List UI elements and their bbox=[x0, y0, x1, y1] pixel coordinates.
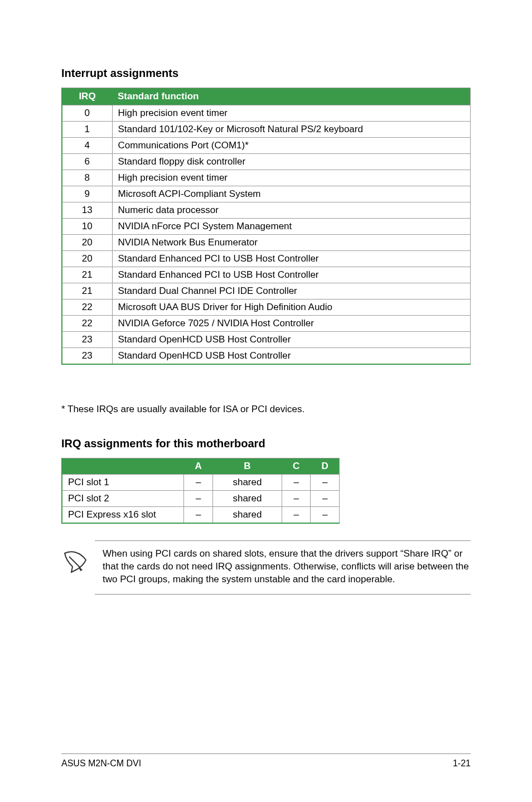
irq-cell-num: 22 bbox=[62, 299, 112, 316]
irq-cell-num: 23 bbox=[62, 332, 112, 348]
section-title-slots: IRQ assignments for this motherboard bbox=[61, 437, 471, 450]
irq-cell-num: 1 bbox=[62, 122, 112, 138]
table-row: 23Standard OpenHCD USB Host Controller bbox=[62, 348, 471, 365]
irq-cell-func: Standard Dual Channel PCI IDE Controller bbox=[112, 283, 471, 299]
table-row: 22NVIDIA Geforce 7025 / NVIDIA Host Cont… bbox=[62, 316, 471, 332]
slot-cell-a: – bbox=[184, 491, 213, 507]
slot-cell-d: – bbox=[311, 491, 340, 507]
table-row: 9Microsoft ACPI-Compliant System bbox=[62, 186, 471, 202]
table-row: 6Standard floppy disk controller bbox=[62, 154, 471, 170]
footnote-text: * These IRQs are usually available for I… bbox=[61, 404, 471, 415]
irq-cell-num: 10 bbox=[62, 219, 112, 235]
section-title-interrupt: Interrupt assignments bbox=[61, 67, 471, 80]
table-row: 1Standard 101/102-Key or Microsoft Natur… bbox=[62, 122, 471, 138]
irq-cell-num: 20 bbox=[62, 235, 112, 251]
irq-cell-num: 23 bbox=[62, 348, 112, 365]
table-row: 8High precision event timer bbox=[62, 170, 471, 186]
irq-cell-num: 8 bbox=[62, 170, 112, 186]
table-row: 21Standard Dual Channel PCI IDE Controll… bbox=[62, 283, 471, 299]
irq-cell-num: 4 bbox=[62, 138, 112, 154]
slot-cell-a: – bbox=[184, 475, 213, 491]
slot-table-header-row: A B C D bbox=[62, 458, 340, 475]
slot-table: A B C D PCI slot 1–shared––PCI slot 2–sh… bbox=[61, 458, 340, 524]
irq-table-header-row: IRQ Standard function bbox=[62, 88, 471, 105]
slot-cell-a: – bbox=[184, 507, 213, 524]
irq-cell-func: NVIDIA Network Bus Enumerator bbox=[112, 235, 471, 251]
slot-cell-d: – bbox=[311, 475, 340, 491]
irq-cell-num: 9 bbox=[62, 186, 112, 202]
irq-cell-num: 6 bbox=[62, 154, 112, 170]
irq-cell-num: 0 bbox=[62, 105, 112, 122]
slot-cell-c: – bbox=[282, 507, 311, 524]
slot-cell-b: shared bbox=[213, 475, 282, 491]
irq-cell-func: Standard OpenHCD USB Host Controller bbox=[112, 332, 471, 348]
footer-right: 1-21 bbox=[453, 758, 471, 769]
irq-header-irq: IRQ bbox=[62, 88, 112, 105]
irq-cell-func: Standard OpenHCD USB Host Controller bbox=[112, 348, 471, 365]
table-row: PCI slot 2–shared–– bbox=[62, 491, 340, 507]
irq-cell-func: High precision event timer bbox=[112, 170, 471, 186]
table-row: 4Communications Port (COM1)* bbox=[62, 138, 471, 154]
irq-cell-func: Standard 101/102-Key or Microsoft Natura… bbox=[112, 122, 471, 138]
slot-cell-c: – bbox=[282, 475, 311, 491]
slot-cell-d: – bbox=[311, 507, 340, 524]
slot-header-c: C bbox=[282, 458, 311, 475]
slot-cell-name: PCI slot 1 bbox=[62, 475, 184, 491]
slot-cell-name: PCI slot 2 bbox=[62, 491, 184, 507]
irq-cell-num: 13 bbox=[62, 202, 112, 219]
slot-header-a: A bbox=[184, 458, 213, 475]
table-row: PCI slot 1–shared–– bbox=[62, 475, 340, 491]
slot-header-name bbox=[62, 458, 184, 475]
table-row: 0High precision event timer bbox=[62, 105, 471, 122]
slot-cell-b: shared bbox=[213, 491, 282, 507]
note-text: When using PCI cards on shared slots, en… bbox=[103, 548, 471, 586]
irq-cell-num: 21 bbox=[62, 283, 112, 299]
table-row: 20Standard Enhanced PCI to USB Host Cont… bbox=[62, 251, 471, 267]
irq-cell-func: Microsoft UAA BUS Driver for High Defini… bbox=[112, 299, 471, 316]
table-row: PCI Express x16 slot–shared–– bbox=[62, 507, 340, 524]
irq-cell-func: NVIDIA Geforce 7025 / NVIDIA Host Contro… bbox=[112, 316, 471, 332]
irq-header-func: Standard function bbox=[112, 88, 471, 105]
irq-cell-func: Standard floppy disk controller bbox=[112, 154, 471, 170]
note-box: When using PCI cards on shared slots, en… bbox=[95, 540, 471, 595]
irq-cell-func: High precision event timer bbox=[112, 105, 471, 122]
slot-cell-name: PCI Express x16 slot bbox=[62, 507, 184, 524]
irq-table: IRQ Standard function 0High precision ev… bbox=[61, 88, 471, 365]
table-row: 10NVIDIA nForce PCI System Management bbox=[62, 219, 471, 235]
table-row: 20NVIDIA Network Bus Enumerator bbox=[62, 235, 471, 251]
irq-cell-func: Communications Port (COM1)* bbox=[112, 138, 471, 154]
table-row: 22Microsoft UAA BUS Driver for High Defi… bbox=[62, 299, 471, 316]
irq-cell-num: 21 bbox=[62, 267, 112, 283]
irq-cell-num: 20 bbox=[62, 251, 112, 267]
pencil-note-icon bbox=[61, 548, 89, 576]
table-row: 23Standard OpenHCD USB Host Controller bbox=[62, 332, 471, 348]
irq-cell-func: Standard Enhanced PCI to USB Host Contro… bbox=[112, 251, 471, 267]
irq-cell-func: NVIDIA nForce PCI System Management bbox=[112, 219, 471, 235]
table-row: 13Numeric data processor bbox=[62, 202, 471, 219]
page-footer: ASUS M2N-CM DVI 1-21 bbox=[61, 753, 471, 769]
slot-header-d: D bbox=[311, 458, 340, 475]
footer-left: ASUS M2N-CM DVI bbox=[61, 758, 141, 769]
slot-cell-b: shared bbox=[213, 507, 282, 524]
slot-header-b: B bbox=[213, 458, 282, 475]
table-row: 21Standard Enhanced PCI to USB Host Cont… bbox=[62, 267, 471, 283]
irq-cell-func: Microsoft ACPI-Compliant System bbox=[112, 186, 471, 202]
irq-cell-func: Standard Enhanced PCI to USB Host Contro… bbox=[112, 267, 471, 283]
slot-cell-c: – bbox=[282, 491, 311, 507]
irq-cell-num: 22 bbox=[62, 316, 112, 332]
irq-cell-func: Numeric data processor bbox=[112, 202, 471, 219]
